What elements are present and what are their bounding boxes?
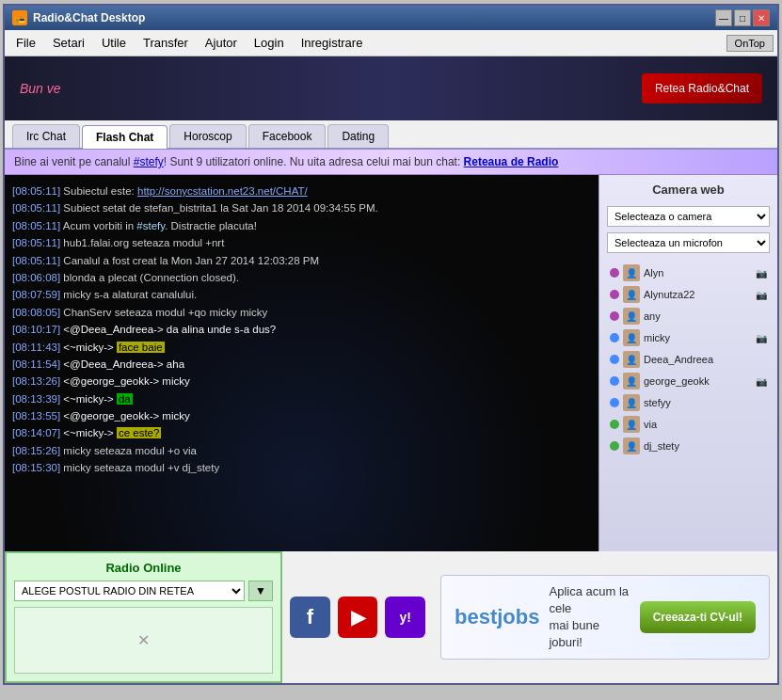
list-item[interactable]: 👤 Alynutza22 📷 [607, 284, 770, 305]
username: dj_stety [644, 440, 767, 452]
user-avatar: 👤 [623, 373, 640, 390]
title-bar-left: 📻 Radio&Chat Desktop [12, 10, 145, 25]
tabs-bar: Irc Chat Flash Chat Horoscop Facebook Da… [5, 120, 777, 150]
ad-logo-colored: jobs [497, 605, 539, 628]
radio-placeholder-icon: ✕ [137, 631, 150, 649]
tab-flash-chat[interactable]: Flash Chat [82, 125, 168, 149]
list-item: [08:13:39] <~micky-> da [12, 390, 591, 407]
camera-panel: Camera web Selecteaza o camera Selecteaz… [598, 175, 777, 551]
welcome-link[interactable]: Reteaua de Radio [464, 155, 559, 168]
close-button[interactable]: ✕ [753, 9, 770, 26]
tab-facebook[interactable]: Facebook [248, 124, 327, 148]
ads-panel: bestjobs Aplica acum la cele mai bune jo… [433, 551, 777, 683]
welcome-channel[interactable]: #stefy [134, 155, 164, 168]
username: george_geokk [644, 375, 752, 387]
radio-title: Radio Online [14, 561, 273, 575]
menu-inregistrare[interactable]: Inregistrare [294, 33, 371, 53]
chat-messages[interactable]: [08:05:11] Subiectul este: http://sonycs… [5, 175, 598, 493]
list-item[interactable]: 👤 any [607, 306, 770, 326]
list-item: [08:13:55] <@george_geokk-> micky [12, 407, 591, 424]
title-bar: 📻 Radio&Chat Desktop — □ ✕ [5, 6, 777, 30]
tab-horoscop[interactable]: Horoscop [169, 124, 246, 148]
menu-file[interactable]: File [8, 33, 43, 53]
list-item: [08:05:11] Acum vorbiti in #stefy. Distr… [12, 217, 591, 234]
window-title: Radio&Chat Desktop [33, 11, 145, 24]
ad-cta-button[interactable]: Creeaza-ti CV-ul! [640, 601, 756, 633]
list-item[interactable]: 👤 dj_stety [607, 436, 770, 456]
menu-transfer[interactable]: Transfer [136, 33, 196, 53]
user-status-dot [610, 420, 619, 429]
radio-select-wrap: ALEGE POSTUL RADIO DIN RETEA ▼ [14, 581, 273, 601]
username: any [644, 310, 767, 322]
username: Alyn [644, 267, 752, 278]
yahoo-button[interactable]: y! [385, 597, 425, 638]
yahoo-icon: y! [399, 610, 410, 625]
mic-select[interactable]: Selecteaza un microfon [607, 232, 770, 253]
camera-icon: 📷 [756, 376, 767, 387]
retea-logo: Retea Radio&Chat [642, 73, 762, 104]
menu-ajutor[interactable]: Ajutor [198, 33, 245, 53]
ontop-button[interactable]: OnTop [726, 35, 774, 52]
username: Alynutza22 [644, 289, 752, 300]
list-item: [08:08:05] ChanServ seteaza modul +qo mi… [12, 304, 591, 321]
user-avatar: 👤 [623, 308, 640, 325]
facebook-icon: f [307, 605, 313, 629]
maximize-button[interactable]: □ [734, 9, 751, 26]
list-item: [08:05:11] Canalul a fost creat la Mon J… [12, 252, 591, 269]
tab-dating[interactable]: Dating [327, 124, 389, 148]
user-list: 👤 Alyn 📷 👤 Alynutza22 📷 👤 any [607, 262, 770, 456]
user-status-dot [610, 290, 619, 299]
list-item[interactable]: 👤 george_geokk 📷 [607, 371, 770, 391]
facebook-button[interactable]: f [290, 597, 330, 638]
menu-setari[interactable]: Setari [45, 33, 92, 53]
user-status-dot [610, 333, 619, 342]
camera-icon: 📷 [756, 290, 767, 300]
welcome-bar: Bine ai venit pe canalul #stefy! Sunt 9 … [5, 150, 777, 175]
user-avatar: 👤 [623, 351, 640, 368]
bun-venit-text: Bun ve [20, 81, 61, 96]
list-item: [08:10:17] <@Deea_Andreea-> da alina und… [12, 321, 591, 338]
list-item: [08:15:26] micky seteaza modul +o via [12, 442, 591, 459]
ad-logo-text: best [455, 605, 497, 628]
menu-utile[interactable]: Utile [94, 33, 134, 53]
list-item: [08:11:54] <@Deea_Andreea-> aha [12, 356, 591, 373]
camera-select[interactable]: Selecteaza o camera [607, 206, 770, 227]
camera-title: Camera web [607, 183, 770, 197]
tab-irc-chat[interactable]: Irc Chat [12, 124, 80, 148]
username: Deea_Andreea [644, 354, 767, 365]
youtube-button[interactable]: ▶ [338, 597, 378, 638]
list-item: [08:15:30] micky seteaza modul +v dj_ste… [12, 459, 591, 476]
welcome-middle: ! Sunt 9 utilizatori online. Nu uita adr… [164, 155, 464, 168]
welcome-prefix: Bine ai venit pe canalul [14, 155, 134, 168]
user-avatar: 👤 [623, 394, 640, 411]
list-item[interactable]: 👤 stefyy [607, 392, 770, 413]
list-item: [08:05:11] Subiectul este: http://sonycs… [12, 183, 591, 199]
list-item: [08:07:59] micky s-a alaturat canalului. [12, 286, 591, 303]
ad-text: Aplica acum la cele mai bune joburi! [549, 583, 630, 652]
list-item[interactable]: 👤 Deea_Andreea [607, 349, 770, 370]
user-avatar: 👤 [623, 264, 640, 281]
minimize-button[interactable]: — [715, 9, 732, 26]
list-item: [08:13:26] <@george_geokk-> micky [12, 373, 591, 390]
list-item[interactable]: 👤 Alyn 📷 [607, 262, 770, 283]
list-item[interactable]: 👤 micky 📷 [607, 327, 770, 348]
chat-link[interactable]: http://sonycstation.net23.net/CHAT/ [137, 185, 308, 197]
menu-login[interactable]: Login [247, 33, 292, 53]
camera-icon: 📷 [756, 333, 767, 343]
user-status-dot [610, 311, 619, 321]
list-item: [08:06:08] blonda a plecat (Connection c… [12, 269, 591, 286]
youtube-icon: ▶ [351, 606, 365, 628]
list-item[interactable]: 👤 via [607, 414, 770, 435]
user-status-dot [610, 441, 619, 451]
radio-dropdown-arrow[interactable]: ▼ [248, 581, 273, 601]
username: via [644, 419, 767, 430]
app-window: 📻 Radio&Chat Desktop — □ ✕ File Setari U… [3, 4, 779, 685]
camera-icon: 📷 [756, 268, 767, 278]
user-status-dot [610, 398, 619, 407]
bottom-section: Radio Online ALEGE POSTUL RADIO DIN RETE… [5, 551, 777, 683]
ad-text-line1: Aplica acum la cele [549, 583, 630, 617]
list-item: [08:14:07] <~micky-> ce este? [12, 424, 591, 441]
radio-station-select[interactable]: ALEGE POSTUL RADIO DIN RETEA [14, 581, 245, 601]
ad-banner[interactable]: bestjobs Aplica acum la cele mai bune jo… [440, 575, 770, 660]
ad-logo: bestjobs [455, 605, 539, 629]
